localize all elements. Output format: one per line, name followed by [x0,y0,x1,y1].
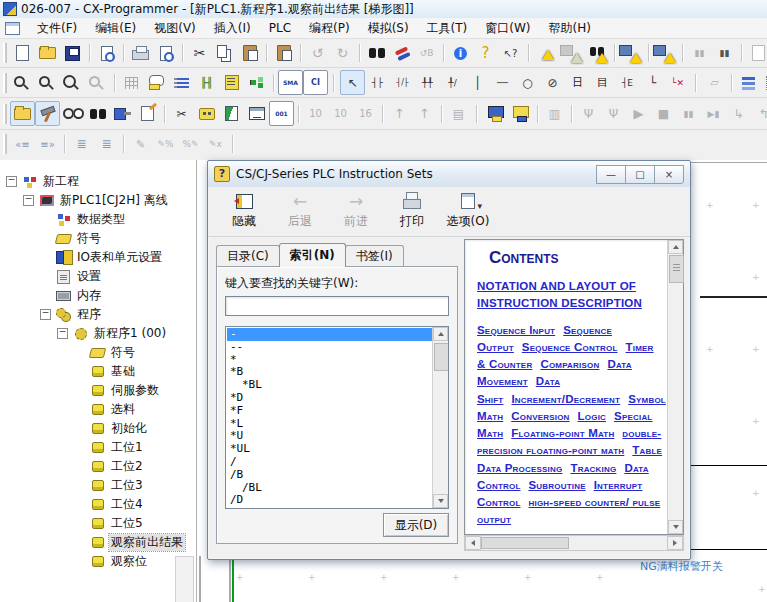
online-edit-button[interactable]: ▱ [702,70,727,95]
contents-link[interactable]: Logic [578,410,606,422]
tab[interactable]: 书签(I) [345,245,404,267]
tree-item[interactable]: 初始化 [0,419,196,438]
tree-item[interactable]: 数据类型 [0,210,196,229]
contents-horizontal-scrollbar[interactable] [464,535,684,551]
options-button[interactable]: 选项(O) [440,187,496,233]
menu-item[interactable]: 窗口(W) [476,18,539,39]
tree-item[interactable]: 程序 [0,305,196,324]
help-button[interactable]: ? [473,41,498,66]
tree-item[interactable]: 工位1 [0,438,196,457]
sim-play-button[interactable]: ▶ [626,101,651,126]
index-listbox[interactable]: ---**B*BL*D*F*L*U*UL//B/BL/D [225,326,449,509]
mnemonic-view-button[interactable]: SMA [278,70,303,95]
list-flag-button[interactable]: ≣ [94,132,119,157]
cut-button[interactable]: ✂ [187,41,212,66]
menu-item[interactable]: 文件(F) [28,18,86,39]
line-connect-button[interactable]: └ [640,70,665,95]
tree-item[interactable]: IO表和单元设置 [0,248,196,267]
scroll-down-icon[interactable] [433,494,448,508]
new-or-contact-button[interactable]: ╀╀ [415,70,440,95]
redo-button[interactable]: ↻ [330,41,355,66]
index-item[interactable]: *D [227,392,432,405]
dialog-close-button[interactable]: × [654,165,684,184]
menu-item[interactable]: 工具(T) [418,18,477,39]
tree-item[interactable]: 工位3 [0,476,196,495]
tree-item[interactable]: 选料 [0,400,196,419]
work-online-button[interactable] [483,101,508,126]
contents-link[interactable]: Conversion [511,410,569,422]
vertical-line-button[interactable]: │ [465,70,490,95]
output-window-button[interactable] [85,101,110,126]
zoom-in-button[interactable] [10,70,35,95]
save-button[interactable] [60,41,85,66]
tree-item[interactable]: 内存 [0,286,196,305]
menu-item[interactable]: 插入(I) [205,18,260,39]
print-preview-button[interactable] [153,41,178,66]
sim-pause-button[interactable]: ▮▮ [676,101,701,126]
scrollbar-thumb[interactable] [481,537,569,549]
new-instruction2-button[interactable]: 目 [590,70,615,95]
list-view-button[interactable]: ≣ [69,132,94,157]
pause-monitor-button[interactable]: ▮▮ [687,41,712,66]
watch-grid-button[interactable] [761,70,767,95]
listbox-scrollbar[interactable] [432,327,448,508]
symbol-bar-button[interactable] [219,70,244,95]
indent-left-button[interactable]: «≡ [10,132,35,157]
contents-link[interactable]: Comparison [540,358,599,370]
dialog-minimize-button[interactable]: — [596,165,626,184]
hide-button[interactable]: 隐藏 [216,187,272,233]
transfer-options-button[interactable]: ▥ [542,101,567,126]
scroll-up-icon[interactable] [668,240,683,254]
jump-next-button[interactable]: ↑ [412,101,437,126]
menu-item[interactable]: 编辑(E) [86,18,145,39]
ci-view-button[interactable]: CI [303,70,328,95]
binary-display-button[interactable]: 001 [269,101,294,126]
index-item[interactable]: / [227,456,432,469]
new-instruction-button[interactable]: 日 [565,70,590,95]
about-button[interactable] [448,41,473,66]
tree-item[interactable]: 新PLC1[CJ2H] 离线 [0,191,196,210]
plc-memory-button[interactable]: ▤ [446,101,471,126]
contents-scrollbar[interactable] [667,240,683,534]
new-coil-button[interactable]: ○ [515,70,540,95]
monitor-edit3-button[interactable]: %✎ [178,132,203,157]
copy-button[interactable] [212,41,237,66]
index-item[interactable]: * [227,354,432,367]
scrollbar-thumb[interactable] [434,343,449,371]
tree-item[interactable]: 观察位 [0,552,196,571]
tree-scrollbar[interactable] [175,556,194,602]
index-item[interactable]: /B [227,469,432,482]
horizontal-line-button[interactable]: ── [490,70,515,95]
sim-step-run-button[interactable]: ▶▮ [701,101,726,126]
transfer-to-plc-button[interactable] [194,101,219,126]
monitor-edit4-button[interactable]: ✎x [203,132,228,157]
monitor-hex-button[interactable]: 16 [353,101,378,126]
scroll-left-icon[interactable] [465,536,481,550]
back-button[interactable]: 后退 [272,187,328,233]
monitor-edit1-button[interactable]: ✎ [128,132,153,157]
expand-toggle-icon[interactable] [23,195,34,206]
address-reference-tree-button[interactable] [244,70,269,95]
scroll-up-icon[interactable] [433,327,448,341]
page-setup-button[interactable] [94,41,119,66]
contents-link[interactable]: Floating-point Math [511,427,614,439]
tree-item[interactable]: 工位4 [0,495,196,514]
scrollbar-thumb[interactable] [669,255,684,283]
section-cut-button[interactable]: ✂ [169,101,194,126]
monitor-hold-button[interactable]: Ψ [576,101,601,126]
toggle-grid-button[interactable] [119,70,144,95]
monitor-hold2-button[interactable]: Ψ [601,101,626,126]
indent-right-button[interactable]: ≡» [35,132,60,157]
sim-step-out-button[interactable]: ↰ [751,101,767,126]
find-report-button[interactable] [585,41,610,66]
tree-item[interactable]: 工位5 [0,514,196,533]
zoom-custom-button[interactable] [35,70,60,95]
watch-window-button[interactable] [60,101,85,126]
pause-button[interactable]: ▮▮ [712,41,737,66]
scroll-right-icon[interactable] [667,536,683,550]
contents-link[interactable]: Tracking [570,462,616,474]
index-item[interactable]: /D [227,494,432,507]
menu-item[interactable]: 编程(P) [300,18,359,39]
retrace-button[interactable]: ↺B [414,41,439,66]
rung-annotation-button[interactable] [169,70,194,95]
